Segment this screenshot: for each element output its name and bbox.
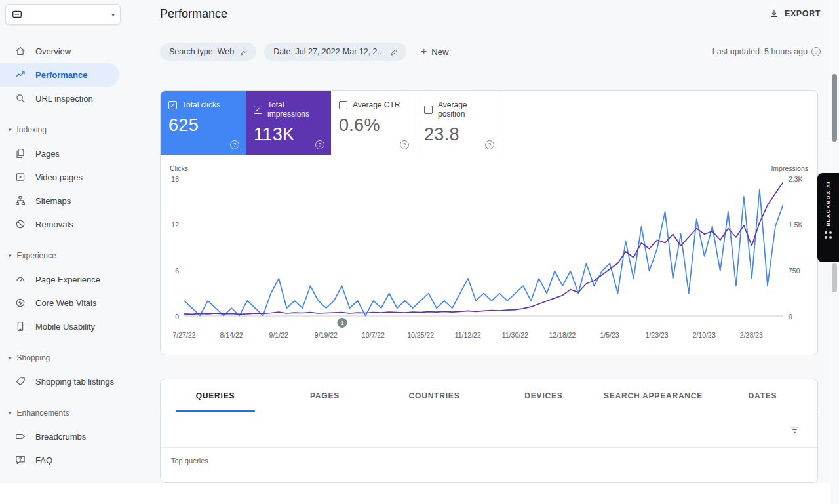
- scrollbar-thumb-secondary[interactable]: [832, 263, 837, 292]
- home-icon: [14, 45, 26, 57]
- chip-label: Date: Jul 27, 2022-Mar 12, 2...: [273, 47, 384, 56]
- section-label: Enhancements: [17, 408, 69, 417]
- sidebar-nav: Overview Performance URL inspection ▾ In…: [0, 39, 123, 472]
- help-icon[interactable]: ?: [230, 140, 239, 149]
- help-icon[interactable]: ?: [811, 47, 821, 56]
- sidebar-item-performance[interactable]: Performance: [0, 63, 119, 87]
- property-selector[interactable]: ▾: [5, 4, 121, 25]
- phone-icon: [14, 320, 26, 332]
- sidebar-section-indexing[interactable]: ▾ Indexing: [0, 118, 123, 142]
- last-updated: Last updated: 5 hours ago ?: [712, 47, 821, 56]
- help-icon[interactable]: ?: [485, 140, 494, 149]
- caret-down-icon: ▾: [9, 126, 12, 133]
- new-filter-label: New: [431, 47, 448, 57]
- sidebar-item-label: Mobile Usability: [35, 322, 95, 332]
- tab-countries[interactable]: COUNTRIES: [380, 379, 489, 412]
- caret-down-icon: ▾: [9, 410, 12, 416]
- new-filter-button[interactable]: + New: [421, 47, 448, 57]
- dimension-tables-card: QUERIES PAGES COUNTRIES DEVICES SEARCH A…: [160, 379, 818, 483]
- pages-icon: [14, 147, 26, 159]
- tab-search-appearance[interactable]: SEARCH APPEARANCE: [598, 379, 708, 412]
- sidebar-section-shopping[interactable]: ▾ Shopping: [0, 346, 123, 370]
- tab-devices[interactable]: DEVICES: [489, 379, 598, 412]
- tab-dates[interactable]: DATES: [708, 379, 817, 412]
- page-title: Performance: [160, 7, 227, 21]
- metric-label: Average CTR: [353, 100, 400, 109]
- blackbox-ai-widget[interactable]: BLACKBOX AI: [817, 173, 839, 262]
- breadcrumb-banner-icon: [14, 431, 26, 442]
- sidebar-item-label: FAQ: [35, 456, 52, 465]
- faq-bubble-icon: [14, 454, 26, 466]
- average-ctr-card[interactable]: ✓Average CTR 0.6% ?: [331, 91, 416, 155]
- average-position-card[interactable]: ✓Average position 23.8 ?: [416, 91, 501, 155]
- tab-pages[interactable]: PAGES: [270, 379, 380, 412]
- checkbox-unchecked-icon[interactable]: ✓: [424, 106, 433, 114]
- gauge-icon: [14, 273, 26, 285]
- help-icon[interactable]: ?: [315, 140, 324, 149]
- caret-down-icon: ▾: [9, 355, 12, 361]
- scrollbar-thumb[interactable]: [832, 74, 837, 142]
- sidebar-item-faq[interactable]: FAQ: [0, 448, 123, 472]
- search-type-chip[interactable]: Search type: Web: [160, 43, 256, 61]
- sidebar-item-shopping-tab-listings[interactable]: Shopping tab listings: [0, 370, 123, 393]
- right-axis-ticks: 07501.5K2.3K: [783, 179, 817, 317]
- sidebar-section-experience[interactable]: ▾ Experience: [0, 244, 123, 267]
- chart-annotation-marker[interactable]: 1: [338, 318, 347, 328]
- checkbox-checked-icon[interactable]: ✓: [254, 106, 262, 114]
- removals-icon: [14, 218, 26, 230]
- checkbox-unchecked-icon[interactable]: ✓: [339, 101, 347, 109]
- export-button[interactable]: EXPORT: [769, 9, 821, 19]
- sidebar-item-label: Pages: [35, 149, 60, 159]
- sidebar-item-url-inspection[interactable]: URL inspection: [0, 87, 123, 110]
- sidebar-item-label: URL inspection: [35, 94, 93, 104]
- section-label: Indexing: [17, 125, 47, 134]
- sidebar-item-mobile-usability[interactable]: Mobile Usability: [0, 315, 123, 338]
- sidebar: ▾ Overview Performance URL inspection: [0, 0, 123, 483]
- filter-list-icon[interactable]: [789, 424, 800, 435]
- chart-plot-area[interactable]: [184, 179, 783, 317]
- blackbox-ai-label: BLACKBOX AI: [825, 181, 831, 226]
- main-content: Performance EXPORT Search type: Web Date…: [123, 0, 839, 504]
- left-axis-ticks: 061218: [161, 179, 184, 317]
- property-name-redacted: [28, 9, 106, 20]
- checkbox-checked-icon[interactable]: ✓: [168, 101, 177, 109]
- metric-value: 23.8: [424, 125, 493, 145]
- performance-chart: Clicks Impressions 061218 07501.5K2.3K 1…: [161, 155, 817, 345]
- table-filter-row: [161, 412, 817, 448]
- metric-tiles: ✓Total clicks 625 ? ✓Total impressions 1…: [161, 91, 817, 155]
- sidebar-item-label: Shopping tab listings: [35, 377, 114, 387]
- metric-value: 113K: [254, 125, 323, 145]
- dimension-tabs: QUERIES PAGES COUNTRIES DEVICES SEARCH A…: [161, 379, 817, 412]
- sidebar-item-label: Core Web Vitals: [35, 298, 96, 308]
- sidebar-item-pages[interactable]: Pages: [0, 142, 123, 165]
- tab-queries[interactable]: QUERIES: [161, 379, 270, 412]
- section-label: Shopping: [17, 353, 50, 362]
- sidebar-item-page-experience[interactable]: Page Experience: [0, 267, 123, 291]
- download-icon: [769, 9, 779, 19]
- edit-icon: [240, 48, 248, 56]
- chip-label: Search type: Web: [169, 47, 234, 56]
- sidebar-item-removals[interactable]: Removals: [0, 212, 123, 236]
- help-icon[interactable]: ?: [400, 140, 409, 149]
- sidebar-item-breadcrumbs[interactable]: Breadcrumbs: [0, 425, 123, 448]
- sidebar-item-sitemaps[interactable]: Sitemaps: [0, 189, 123, 212]
- metric-label: Average position: [438, 100, 493, 119]
- sidebar-item-overview[interactable]: Overview: [0, 39, 123, 63]
- sidebar-item-label: Performance: [35, 70, 87, 80]
- tag-icon: [14, 376, 26, 387]
- date-range-chip[interactable]: Date: Jul 27, 2022-Mar 12, 2...: [264, 43, 406, 61]
- edit-icon: [390, 48, 399, 56]
- sidebar-section-enhancements[interactable]: ▾ Enhancements: [0, 401, 123, 425]
- filter-bar: Search type: Web Date: Jul 27, 2022-Mar …: [160, 43, 448, 61]
- metric-value: 625: [168, 115, 238, 136]
- total-clicks-card[interactable]: ✓Total clicks 625 ?: [161, 91, 246, 155]
- section-label: Experience: [17, 251, 56, 260]
- chevron-down-icon: ▾: [111, 11, 115, 18]
- sidebar-item-core-web-vitals[interactable]: Core Web Vitals: [0, 291, 123, 315]
- sidebar-item-label: Sitemaps: [35, 196, 71, 206]
- total-impressions-card[interactable]: ✓Total impressions 113K ?: [246, 91, 331, 155]
- x-axis-ticks: 1 7/27/228/14/229/1/229/19/2210/7/2210/2…: [184, 317, 783, 345]
- sidebar-item-label: Page Experience: [35, 275, 100, 284]
- sidebar-item-video-pages[interactable]: Video pages: [0, 165, 123, 189]
- export-label: EXPORT: [785, 9, 821, 18]
